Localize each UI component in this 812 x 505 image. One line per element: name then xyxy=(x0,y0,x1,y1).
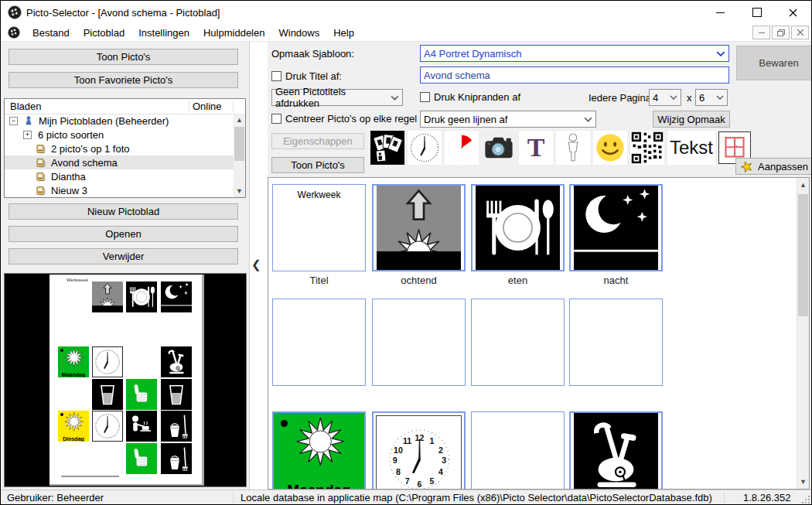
preview-picto-ochtend xyxy=(92,282,123,312)
app-icon xyxy=(8,5,22,19)
show-pictos-button-left[interactable]: Toon Picto's xyxy=(9,49,238,65)
expand-expander-icon[interactable]: + xyxy=(23,131,32,139)
open-button[interactable]: Openen xyxy=(9,226,238,242)
splitter[interactable]: ❮ xyxy=(250,42,268,490)
preview-picto-klok xyxy=(92,346,123,377)
columns-combobox[interactable]: 4 xyxy=(649,89,681,106)
scroll-up-icon[interactable]: ▲ xyxy=(234,114,245,126)
tree-item-picto-soorten[interactable]: + 6 picto soorten xyxy=(5,128,234,142)
grid-cell-empty[interactable] xyxy=(372,299,466,386)
grid-cell-ochtend[interactable] xyxy=(372,184,466,271)
menu-item-hulpmiddelen[interactable]: Hulpmiddelen xyxy=(196,27,272,39)
mdi-close-button[interactable] xyxy=(791,26,809,39)
checkbox-box[interactable] xyxy=(271,71,281,81)
show-pictos-button-editor[interactable]: Toon Picto's xyxy=(271,157,364,173)
grid-scrollbar[interactable]: ▲ ▼ xyxy=(797,178,809,489)
grid-cell-maandag[interactable]: Maandag xyxy=(272,411,366,490)
status-user: Gebruiker: Beheerder xyxy=(7,490,104,505)
preview-picto-drinken xyxy=(161,379,192,410)
menu-item-instellingen[interactable]: Instellingen xyxy=(131,27,196,39)
preview-footer-text xyxy=(61,476,119,477)
preview-picto-schoonmaken xyxy=(161,443,192,474)
grid-cell-hometrainer[interactable] xyxy=(569,411,663,490)
tree-column-bladen[interactable]: Bladen xyxy=(5,101,41,112)
checkbox-box[interactable] xyxy=(420,92,430,102)
resize-grip[interactable] xyxy=(801,495,810,504)
pictosheet-tree: Bladen Online − Mijn Pictobladen (Beheer… xyxy=(4,98,246,198)
mdi-minimize-button[interactable] xyxy=(752,26,770,39)
tree-item-2-pictos-op-1-foto[interactable]: 2 picto's op 1 foto xyxy=(5,142,234,155)
minimize-button[interactable] xyxy=(702,1,739,24)
collapse-expander-icon[interactable]: − xyxy=(9,117,18,125)
rows-combobox[interactable]: 6 xyxy=(695,89,728,106)
lines-combobox[interactable]: Druk geen lijnen af xyxy=(420,111,596,128)
status-bar: Gebruiker: Beheerder Locale database in … xyxy=(1,490,811,505)
preview-picto-dinsdag: Dinsdag xyxy=(58,411,89,442)
pictosheet-icon xyxy=(36,158,46,168)
grid-cell-empty[interactable] xyxy=(471,299,565,386)
pictosheet-icon xyxy=(36,172,46,182)
cut-edges-checkbox[interactable]: Druk Knipranden af xyxy=(420,91,520,103)
show-favorite-pictos-button[interactable]: Toon Favoriete Picto's xyxy=(9,72,238,88)
tree-item-avond-schema[interactable]: Avond schema xyxy=(5,155,234,169)
user-icon xyxy=(23,115,34,126)
chevron-down-icon xyxy=(716,95,724,100)
menu-bar: Bestand Pictoblad Instellingen Hulpmidde… xyxy=(1,24,811,42)
left-panel: Toon Picto's Toon Favoriete Picto's Blad… xyxy=(1,42,250,490)
grid-cell-nacht[interactable] xyxy=(569,184,663,271)
preview-picto-schoonmaken xyxy=(161,411,192,442)
page-preview[interactable]: Werkweek Maandag xyxy=(4,273,247,487)
clock-picto xyxy=(377,416,462,490)
tree-column-online[interactable]: Online xyxy=(193,101,222,112)
cell-label-eten: eten xyxy=(471,275,565,286)
grid-cell-empty[interactable] xyxy=(569,299,663,386)
scroll-down-icon[interactable]: ▼ xyxy=(234,185,245,197)
mdi-child-icon[interactable] xyxy=(8,26,20,39)
scroll-down-icon[interactable]: ▼ xyxy=(797,476,809,488)
grid-cell-empty[interactable] xyxy=(471,411,565,490)
checkbox-box[interactable] xyxy=(271,114,281,124)
collapse-panel-icon[interactable]: ❮ xyxy=(251,258,261,271)
pictosheet-icon xyxy=(36,144,46,154)
close-button[interactable] xyxy=(775,1,811,24)
grid-cell-titel[interactable]: Werkweek xyxy=(272,184,366,271)
mdi-restore-button[interactable] xyxy=(772,26,790,39)
scroll-up-icon[interactable]: ▲ xyxy=(797,179,809,191)
picto-titles-combobox[interactable]: Geen Pictotitels afdrukken xyxy=(271,89,403,106)
menu-item-pictoblad[interactable]: Pictoblad xyxy=(77,27,131,39)
status-version: 1.8.26.352 xyxy=(743,490,790,505)
center-pictos-checkbox[interactable]: Centreer Picto's op elke regel xyxy=(271,113,417,125)
camera-icon[interactable] xyxy=(482,131,516,165)
qrcode-icon[interactable] xyxy=(630,131,664,165)
tree-scrollbar[interactable]: ▲ ▼ xyxy=(234,114,245,197)
preview-picto-klaar xyxy=(126,443,157,474)
new-pictosheet-button[interactable]: Nieuw Pictoblad xyxy=(9,203,238,220)
menu-item-help[interactable]: Help xyxy=(326,27,361,39)
template-combobox[interactable]: A4 Portret Dynamisch xyxy=(420,45,729,62)
plate-picto xyxy=(473,186,563,270)
delete-button[interactable]: Verwijder xyxy=(9,248,238,264)
tree-item-mijn-pictobladen[interactable]: − Mijn Pictobladen (Beheerder) xyxy=(5,114,234,128)
menu-item-bestand[interactable]: Bestand xyxy=(26,27,77,39)
tekst-tool[interactable]: Tekst xyxy=(667,131,715,165)
customize-favorites-button[interactable]: Aanpassen Fa xyxy=(735,158,812,175)
grid-cell-empty[interactable] xyxy=(272,299,366,386)
exercise-bike-picto xyxy=(571,413,661,490)
grid-cell-eten[interactable] xyxy=(471,184,565,271)
print-title-checkbox[interactable]: Druk Titel af: xyxy=(271,67,342,84)
timer-icon[interactable] xyxy=(445,131,479,165)
save-button[interactable]: Bewaren xyxy=(736,46,812,80)
title-input[interactable]: Avond schema xyxy=(420,67,729,84)
maximize-button[interactable] xyxy=(739,1,775,24)
change-layout-button[interactable]: Wijzig Opmaak xyxy=(653,111,730,128)
preview-picto-klaar xyxy=(126,379,157,410)
grid-cell-klok[interactable] xyxy=(372,411,466,490)
picto-cards-icon[interactable] xyxy=(370,131,404,165)
tree-item-diantha[interactable]: Diantha xyxy=(5,169,234,183)
smiley-icon[interactable] xyxy=(593,131,627,165)
tree-item-nieuw-3[interactable]: Nieuw 3 xyxy=(5,183,234,197)
person-icon[interactable] xyxy=(556,131,590,165)
text-letter-icon[interactable]: T xyxy=(519,131,553,165)
menu-item-windows[interactable]: Windows xyxy=(271,27,326,39)
clock-icon[interactable] xyxy=(408,131,442,165)
